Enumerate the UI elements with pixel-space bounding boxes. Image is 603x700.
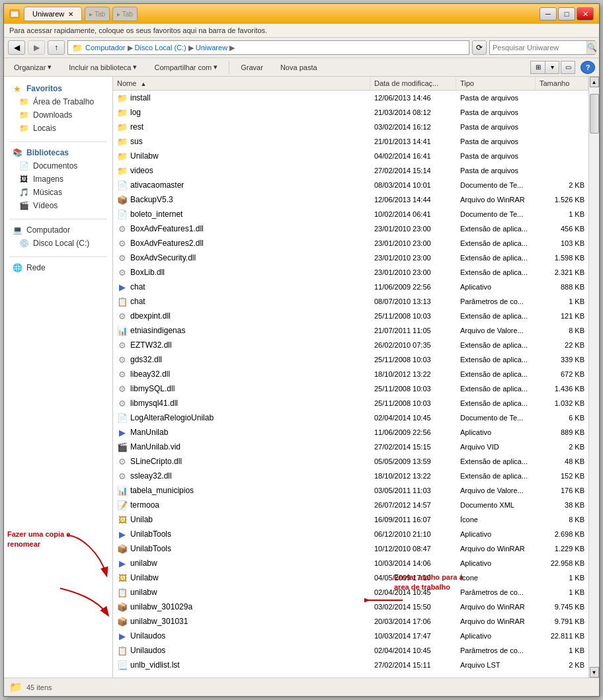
nova-pasta-button[interactable]: Nova pasta — [274, 61, 323, 74]
file-row[interactable]: 📋 unilabw 02/04/2014 10:45 Parâmetros de… — [113, 585, 588, 600]
file-size-cell: 176 KB — [536, 485, 588, 496]
address-path[interactable]: 📁 Computador ▶ Disco Local (C:) ▶ Uniwar… — [67, 40, 469, 55]
file-row[interactable]: ▶ chat 11/06/2009 22:56 Aplicativo 888 K… — [113, 280, 588, 294]
up-button[interactable]: ↑ — [48, 40, 65, 55]
file-row[interactable]: 📋 chat 08/07/2010 13:13 Parâmetros de co… — [113, 294, 588, 309]
back-button[interactable]: ◀ — [8, 40, 25, 55]
breadcrumb-disk[interactable]: Disco Local (C:) — [135, 44, 186, 52]
col-header-name[interactable]: Nome ▲ — [113, 77, 370, 90]
file-row[interactable]: 🖼 Unilabw 04/05/2009 17:10 Ícone 1 KB — [113, 570, 588, 585]
col-header-size[interactable]: Tamanho — [536, 77, 588, 90]
file-row[interactable]: 📦 unilabw_301031 20/03/2014 17:06 Arquiv… — [113, 614, 588, 629]
sidebar-item-disco-local[interactable]: 💿 Disco Local (C:) — [7, 237, 110, 250]
minimize-button[interactable]: ─ — [540, 7, 557, 20]
file-row[interactable]: ⚙ ssleay32.dll 18/10/2012 13:22 Extensão… — [113, 469, 588, 483]
file-row[interactable]: 📁 log 21/03/2014 08:12 Pasta de arquivos — [113, 105, 588, 120]
file-row[interactable]: 📃 unlb_vidlist.lst 27/02/2014 15:11 Arqu… — [113, 658, 588, 672]
file-row[interactable]: 📁 sus 21/01/2013 14:41 Pasta de arquivos — [113, 134, 588, 149]
scroll-down-button[interactable]: ▼ — [590, 667, 599, 678]
file-row[interactable]: ⚙ SLineCripto.dll 05/05/2009 13:59 Exten… — [113, 454, 588, 469]
sidebar-item-downloads[interactable]: 📁 Downloads — [7, 108, 110, 122]
sidebar-item-imagens[interactable]: 🖼 Imagens — [7, 173, 110, 186]
file-row[interactable]: 📦 BackupV5.3 12/06/2013 14:44 Arquivo do… — [113, 192, 588, 207]
help-button[interactable]: ? — [581, 61, 595, 74]
scroll-thumb[interactable] — [590, 94, 599, 134]
file-type-cell: Arquivo do WinRAR — [456, 602, 536, 612]
file-row[interactable]: ▶ UnilabTools 06/12/2010 21:10 Aplicativ… — [113, 527, 588, 541]
tab-close-btn[interactable]: ✕ — [68, 11, 73, 18]
compartilhar-button[interactable]: Compartilhar com ▾ — [148, 60, 223, 74]
file-row[interactable]: ▶ ManUnilab 11/06/2009 22:56 Aplicativo … — [113, 425, 588, 440]
file-row[interactable]: ⚙ BoxLib.dll 23/01/2010 23:00 Extensão d… — [113, 265, 588, 280]
file-row[interactable]: 📄 boleto_internet 10/02/2014 06:41 Docum… — [113, 207, 588, 221]
computador-header-label: Computador — [26, 225, 70, 235]
file-row[interactable]: ⚙ BoxAdvFeatures1.dll 23/01/2010 23:00 E… — [113, 221, 588, 236]
breadcrumb-computer[interactable]: Computador — [85, 44, 126, 52]
search-button[interactable]: 🔍 — [586, 41, 597, 54]
window-tab[interactable]: Uniwarew ✕ — [24, 7, 82, 21]
file-row[interactable]: ⚙ libeay32.dll 18/10/2012 13:22 Extensão… — [113, 367, 588, 381]
sidebar-item-desktop[interactable]: 📁 Área de Trabalho — [7, 95, 110, 108]
file-row[interactable]: ⚙ libmySQL.dll 25/11/2008 10:03 Extensão… — [113, 381, 588, 396]
extra-tab[interactable]: ▸ Tab — [112, 7, 138, 21]
file-row[interactable]: 📊 etniasindigenas 21/07/2011 11:05 Arqui… — [113, 323, 588, 338]
sidebar-item-documentos[interactable]: 📄 Documentos — [7, 159, 110, 173]
file-row[interactable]: 📁 install 12/06/2013 14:46 Pasta de arqu… — [113, 91, 588, 105]
maximize-button[interactable]: □ — [558, 7, 575, 20]
close-button[interactable]: ✕ — [577, 7, 594, 20]
file-type-icon: 📁 — [117, 136, 128, 147]
file-name: gds32.dll — [130, 355, 162, 364]
breadcrumb-folder[interactable]: Uniwarew — [196, 44, 227, 52]
file-row[interactable]: ⚙ EZTW32.dll 26/02/2010 07:35 Extensão d… — [113, 338, 588, 352]
file-row[interactable]: ▶ unilabw 10/03/2014 14:06 Aplicativo 22… — [113, 556, 588, 570]
file-row[interactable]: ⚙ gds32.dll 25/11/2008 10:03 Extensão de… — [113, 352, 588, 367]
file-name-cell: 📊 tabela_municipios — [113, 484, 370, 497]
file-type-icon: ⚙ — [117, 369, 128, 379]
file-row[interactable]: 🖼 Unilab 16/09/2011 16:07 Ícone 8 KB — [113, 512, 588, 527]
documentos-label: Documentos — [33, 161, 77, 171]
file-row[interactable]: 📄 LogAlteraRelogioUnilab 02/04/2014 10:4… — [113, 410, 588, 425]
file-row[interactable]: ▶ Unilaudos 10/03/2014 17:47 Aplicativo … — [113, 629, 588, 643]
sidebar-item-musicas[interactable]: 🎵 Músicas — [7, 186, 110, 199]
refresh-button[interactable]: ⟳ — [472, 40, 487, 55]
file-row[interactable]: 🎬 ManUnilab.vid 27/02/2014 15:15 Arquivo… — [113, 440, 588, 454]
file-name: Unilaudos — [130, 646, 165, 655]
sidebar-item-locais[interactable]: 📁 Locais — [7, 122, 110, 135]
file-name: libmysql41.dll — [130, 399, 178, 408]
file-type-cell: Aplicativo — [456, 558, 536, 568]
file-type-icon: 📊 — [117, 485, 128, 496]
favorites-bar: Para acessar rapidamente, coloque os seu… — [4, 24, 599, 38]
preview-pane-button[interactable]: ▭ — [561, 61, 575, 74]
col-header-type[interactable]: Tipo — [456, 77, 536, 90]
sidebar-item-computador-header[interactable]: 💻 Computador — [7, 223, 110, 237]
file-row[interactable]: ⚙ BoxAdvSecurity.dll 23/01/2010 23:00 Ex… — [113, 251, 588, 265]
sidebar-item-rede[interactable]: 🌐 Rede — [7, 261, 110, 274]
file-row[interactable]: 📦 UnilabTools 10/12/2010 08:47 Arquivo d… — [113, 541, 588, 556]
search-input[interactable] — [490, 41, 586, 54]
view-grid-button[interactable]: ⊞ — [530, 61, 545, 74]
file-row[interactable]: 📁 rest 03/02/2014 16:12 Pasta de arquivo… — [113, 120, 588, 134]
view-dropdown-button[interactable]: ▾ — [545, 61, 559, 74]
sidebar-item-videos[interactable]: 🎬 Vídeos — [7, 199, 110, 212]
file-row[interactable]: 📊 tabela_municipios 03/05/2011 11:03 Arq… — [113, 483, 588, 498]
col-header-date[interactable]: Data de modificaç... — [370, 77, 456, 90]
file-row[interactable]: 📄 ativacaomaster 08/03/2014 10:01 Docume… — [113, 178, 588, 192]
file-row[interactable]: 📦 unilabw_301029a 03/02/2014 15:50 Arqui… — [113, 600, 588, 614]
file-row[interactable]: 📝 termooa 26/07/2012 14:57 Documento XML… — [113, 498, 588, 512]
file-row[interactable]: ⚙ libmysql41.dll 25/11/2008 10:03 Extens… — [113, 396, 588, 410]
incluir-biblioteca-button[interactable]: Incluir na biblioteca ▾ — [63, 60, 143, 74]
forward-button[interactable]: ▶ — [28, 40, 45, 55]
file-row[interactable]: ⚙ BoxAdvFeatures2.dll 23/01/2010 23:00 E… — [113, 236, 588, 251]
gravar-button[interactable]: Gravar — [235, 61, 269, 74]
file-row[interactable]: 📁 videos 27/02/2014 15:14 Pasta de arqui… — [113, 163, 588, 178]
new-tab[interactable]: ▸ Tab — [85, 7, 110, 21]
file-row[interactable]: 📋 Unilaudos 02/04/2014 10:45 Parâmetros … — [113, 643, 588, 658]
file-row[interactable]: 📁 Unilabw 04/02/2014 16:41 Pasta de arqu… — [113, 149, 588, 163]
status-count: 45 itens — [26, 683, 52, 691]
scroll-track[interactable] — [590, 87, 599, 667]
scroll-up-button[interactable]: ▲ — [590, 77, 599, 87]
file-row[interactable]: ⚙ dbexpint.dll 25/11/2008 10:03 Extensão… — [113, 309, 588, 323]
file-name-cell: ⚙ BoxAdvSecurity.dll — [113, 251, 370, 264]
organizar-button[interactable]: Organizar ▾ — [8, 60, 58, 74]
file-size-cell: 121 KB — [536, 311, 588, 321]
